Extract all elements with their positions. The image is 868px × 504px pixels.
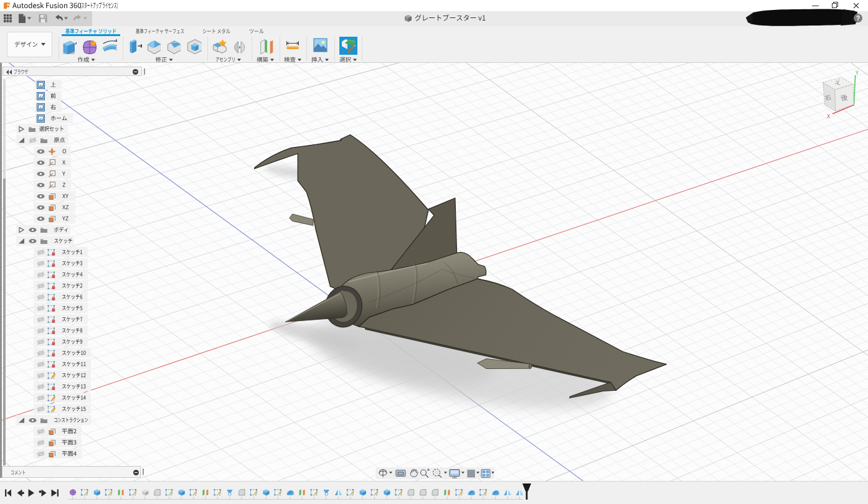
svg-text:?: ? — [856, 15, 860, 22]
